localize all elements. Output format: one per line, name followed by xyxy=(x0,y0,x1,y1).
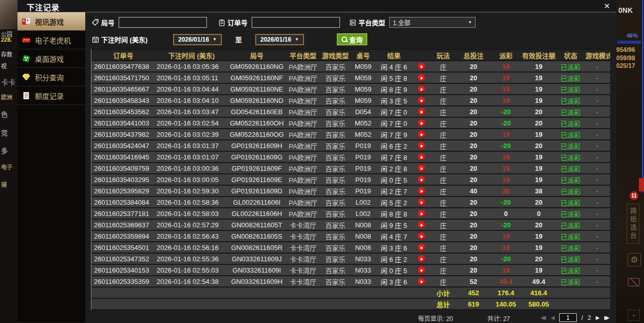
cell-status: 已派彩 xyxy=(557,276,584,286)
play-video-button[interactable] xyxy=(418,153,425,161)
order-number-input[interactable] xyxy=(252,17,340,28)
sidebar-item-桌面游戏[interactable]: 桌面游戏 xyxy=(17,49,85,68)
prev-page-button[interactable]: ◀ xyxy=(551,315,555,320)
cell-total-bet: 40 xyxy=(456,186,491,196)
play-icon xyxy=(421,88,423,91)
page-input[interactable] xyxy=(559,313,577,322)
col-header: 订单号 xyxy=(91,50,155,60)
subtotal-payout: 176.4 xyxy=(491,288,521,298)
play-video-button[interactable] xyxy=(418,221,425,229)
cell-round: GN0332611609J xyxy=(228,254,286,264)
cell-status: 已派彩 xyxy=(557,220,584,230)
cell-payout: -20 xyxy=(491,106,521,117)
cell-result: 闲 0 庄 5 xyxy=(376,265,412,275)
play-video-button[interactable] xyxy=(418,199,425,206)
cell-platform: PA欧洲厅 xyxy=(286,152,320,162)
cell-round: GP0192611609D xyxy=(228,186,286,196)
cell-table: M052 xyxy=(350,118,376,128)
table-row: 2601160253696372026-01-16 02:57:29GN0082… xyxy=(91,220,610,230)
play-video-button[interactable] xyxy=(418,165,425,172)
sidebar-item-电子老虎机[interactable]: 777电子老虎机 xyxy=(17,31,85,49)
play-video-button[interactable] xyxy=(418,74,425,82)
cell-play-type: 庄 xyxy=(430,186,456,196)
cell-game-type: 百家乐 xyxy=(320,242,350,253)
round-number-input[interactable] xyxy=(119,17,207,28)
close-icon[interactable]: ✕ xyxy=(603,2,610,11)
cell-valid-bet: 38 xyxy=(521,186,557,196)
sidebar-item-label: 电子老虎机 xyxy=(35,35,71,45)
cell-status: 已派彩 xyxy=(557,106,584,117)
next-page-button[interactable]: ▶ xyxy=(596,315,600,320)
road-map-tab[interactable]: 路纸选台 xyxy=(627,204,639,244)
cell-bet-time: 2026-01-16 03:00:05 xyxy=(155,174,228,185)
col-header: 平台类型 xyxy=(286,50,320,60)
total-valid-bet: 580.05 xyxy=(521,299,557,309)
cell-valid-bet: 19 xyxy=(521,73,557,83)
play-video-button[interactable] xyxy=(418,278,425,285)
cell-result: 闲 4 庄 6 xyxy=(376,61,412,71)
search-button[interactable]: 查询 xyxy=(337,33,367,45)
cell-round: GD054261160EB xyxy=(228,106,286,117)
subtotal-valid-bet: 416.4 xyxy=(521,288,557,298)
play-video-button[interactable] xyxy=(418,244,425,252)
play-video-button[interactable] xyxy=(418,255,425,263)
cell-total-bet: 20 xyxy=(456,73,491,83)
chat-disabled-icon[interactable] xyxy=(628,278,640,286)
col-header: 有效投注额 xyxy=(521,50,557,60)
play-video-button[interactable] xyxy=(418,232,425,240)
play-video-button[interactable] xyxy=(418,63,425,70)
cell-play-type: 庄 xyxy=(430,106,456,117)
platform-type-label: 平台类型 xyxy=(349,17,385,27)
cell-bet-time: 2026-01-16 03:02:39 xyxy=(155,129,228,139)
sidebar-item-视讯游戏[interactable]: K9视讯游戏 xyxy=(17,12,85,31)
cell-play-type: 庄 xyxy=(430,276,456,286)
play-video-button[interactable] xyxy=(418,187,425,195)
cell-payout: 19 xyxy=(491,129,521,139)
play-video-button[interactable] xyxy=(418,176,425,184)
table-row: 2601160253958292026-01-16 02:59:30GP0192… xyxy=(91,186,610,196)
cell-play-type: 庄 xyxy=(430,231,456,241)
play-video-button[interactable] xyxy=(418,119,425,127)
play-video-button[interactable] xyxy=(418,142,425,150)
table-row: 2601160253473522026-01-16 02:55:36GN0332… xyxy=(91,254,610,264)
chevron-down-icon: ▼ xyxy=(295,37,299,42)
col-header: 游戏类型 xyxy=(320,50,350,60)
gear-icon[interactable]: ⚙ xyxy=(628,253,641,266)
play-video-button[interactable] xyxy=(418,108,425,116)
date-from-picker[interactable]: 2026/01/16 ▼ xyxy=(173,34,222,45)
cell-payout: -20 xyxy=(491,254,521,264)
play-video-button[interactable] xyxy=(418,210,425,218)
platform-type-select[interactable]: 1.全部 ▼ xyxy=(389,17,476,28)
cell-platform: PA欧洲厅 xyxy=(286,186,320,196)
cell-bet-time: 2026-01-16 03:04:44 xyxy=(155,84,228,94)
cell-round: GM059261160ND xyxy=(228,95,286,105)
sidebar-item-额度记录[interactable]: 额度记录 xyxy=(17,86,85,105)
cell-result: 闲 9 庄 5 xyxy=(376,220,412,230)
col-header: 下注时间 (美东) xyxy=(155,50,228,60)
total-count-label: 共计: 27 xyxy=(487,314,510,322)
first-page-button[interactable]: ◀◀ xyxy=(541,315,546,320)
cell-play-type: 庄 xyxy=(430,254,456,264)
cell-game-type: 百家乐 xyxy=(320,276,350,286)
play-video-button[interactable] xyxy=(418,97,425,104)
play-video-button[interactable] xyxy=(418,131,425,138)
cell-order: 260116025369637 xyxy=(91,220,155,230)
cell-valid-bet: 20 xyxy=(521,118,557,128)
cell-video xyxy=(412,197,430,207)
date-to-picker[interactable]: 2026/01/16 ▼ xyxy=(255,34,304,45)
cell-round: GM052261160OG xyxy=(228,129,286,139)
sidebar-item-label: 桌面游戏 xyxy=(35,53,64,64)
cell-game-type: 百家乐 xyxy=(320,186,350,196)
play-video-button[interactable] xyxy=(418,85,425,93)
play-icon xyxy=(421,280,423,283)
table-row: 2601160354717502026-01-16 03:05:11GM0592… xyxy=(91,73,610,83)
cell-valid-bet: 19 xyxy=(521,152,557,162)
cell-game-type: 百家乐 xyxy=(320,118,350,128)
last-page-button[interactable]: ▶▶ xyxy=(604,315,610,320)
cell-platform: PA欧洲厅 xyxy=(286,106,320,117)
play-video-button[interactable] xyxy=(418,266,425,274)
cell-total-bet: 20 xyxy=(456,118,491,128)
notification-badge: 11 xyxy=(630,191,638,200)
sidebar-item-积分查询[interactable]: 积分查询 xyxy=(17,68,85,86)
fullscreen-icon[interactable]: + xyxy=(628,310,640,321)
